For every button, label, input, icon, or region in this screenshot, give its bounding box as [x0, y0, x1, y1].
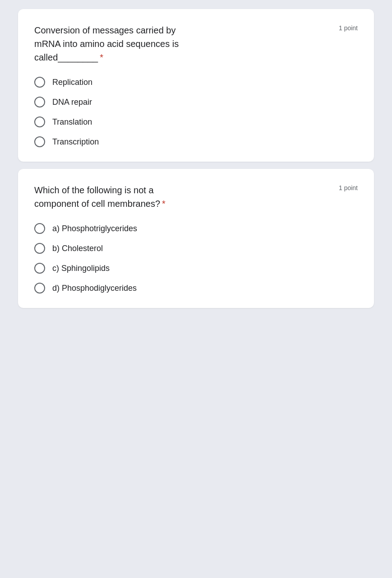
- question-2-header: Which of the following is not a componen…: [34, 183, 358, 210]
- question-1-options: Replication DNA repair Translation Trans…: [34, 77, 358, 147]
- radio-cholesterol[interactable]: [34, 243, 45, 254]
- question-2-options: a) Phosphotriglycerides b) Cholesterol c…: [34, 223, 358, 294]
- question-2-points: 1 point: [339, 184, 358, 191]
- option-phosphotriglycerides[interactable]: a) Phosphotriglycerides: [34, 223, 358, 234]
- question-1-line2: mRNA into amino acid sequences is: [34, 39, 179, 49]
- option-cholesterol[interactable]: b) Cholesterol: [34, 243, 358, 254]
- radio-transcription[interactable]: [34, 136, 45, 147]
- option-replication-label: Replication: [52, 78, 92, 87]
- option-phosphodiglycerides[interactable]: d) Phosphodiglycerides: [34, 283, 358, 294]
- question-1-points: 1 point: [339, 24, 358, 32]
- option-phosphotriglycerides-label: a) Phosphotriglycerides: [52, 224, 137, 233]
- question-1-header: Conversion of messages carried by mRNA i…: [34, 23, 358, 64]
- radio-sphingolipids[interactable]: [34, 263, 45, 274]
- option-sphingolipids-label: c) Sphingolipids: [52, 264, 110, 273]
- option-translation-label: Translation: [52, 117, 92, 127]
- question-card-2: Which of the following is not a componen…: [18, 169, 374, 308]
- option-phosphodiglycerides-label: d) Phosphodiglycerides: [52, 284, 137, 293]
- question-2-text: Which of the following is not a componen…: [34, 183, 339, 210]
- radio-phosphotriglycerides[interactable]: [34, 223, 45, 234]
- question-card-1: Conversion of messages carried by mRNA i…: [18, 9, 374, 162]
- option-replication[interactable]: Replication: [34, 77, 358, 88]
- option-cholesterol-label: b) Cholesterol: [52, 244, 103, 253]
- radio-phosphodiglycerides[interactable]: [34, 283, 45, 294]
- question-1-line1: Conversion of messages carried by: [34, 25, 175, 35]
- question-1-line3: called________: [34, 52, 98, 62]
- radio-dna-repair[interactable]: [34, 97, 45, 107]
- required-star-1: *: [100, 52, 103, 62]
- option-sphingolipids[interactable]: c) Sphingolipids: [34, 263, 358, 274]
- option-dna-repair-label: DNA repair: [52, 98, 92, 107]
- question-2-line1: Which of the following is not a: [34, 185, 154, 195]
- option-translation[interactable]: Translation: [34, 117, 358, 127]
- required-star-2: *: [162, 199, 166, 209]
- question-2-line2: component of cell membranes?: [34, 199, 160, 209]
- option-transcription[interactable]: Transcription: [34, 136, 358, 147]
- option-dna-repair[interactable]: DNA repair: [34, 97, 358, 107]
- radio-translation[interactable]: [34, 117, 45, 127]
- question-1-text: Conversion of messages carried by mRNA i…: [34, 23, 339, 64]
- option-transcription-label: Transcription: [52, 137, 99, 147]
- radio-replication[interactable]: [34, 77, 45, 88]
